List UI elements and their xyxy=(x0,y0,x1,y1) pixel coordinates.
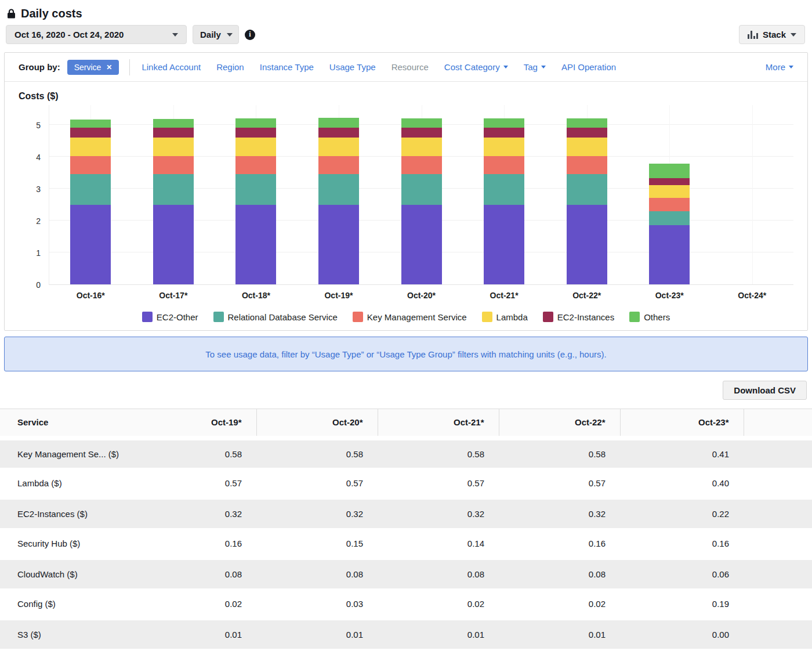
groupby-more-dropdown[interactable]: More xyxy=(766,62,793,72)
legend-item-others[interactable]: Others xyxy=(629,312,670,322)
bar-segment-lambda[interactable] xyxy=(567,138,607,156)
bar-segment-relational-database-service[interactable] xyxy=(318,174,359,204)
column-header-oct-22[interactable]: Oct-22* xyxy=(499,409,620,438)
groupby-option-cost-category[interactable]: Cost Category xyxy=(444,62,508,72)
bar-segment-key-management-service[interactable] xyxy=(567,156,607,175)
bar-segment-ec2-other[interactable] xyxy=(401,205,442,284)
bar-segment-ec2-instances[interactable] xyxy=(484,128,524,138)
table-row-cloudwatch: CloudWatch ($)0.080.080.080.080.06 xyxy=(0,559,812,589)
bar-segment-ec2-other[interactable] xyxy=(235,205,276,284)
bar-segment-key-management-service[interactable] xyxy=(484,156,524,175)
bar-segment-lambda[interactable] xyxy=(401,138,442,156)
bar-segment-ec2-instances[interactable] xyxy=(401,128,442,138)
bar-segment-ec2-instances[interactable] xyxy=(153,128,194,138)
info-icon[interactable]: i xyxy=(245,30,255,40)
bar-segment-relational-database-service[interactable] xyxy=(484,174,524,204)
bar-segment-key-management-service[interactable] xyxy=(70,156,111,175)
column-header-service[interactable]: Service xyxy=(0,409,142,438)
chart-bar-oct-16[interactable] xyxy=(70,120,111,284)
bar-segment-others[interactable] xyxy=(70,120,111,128)
chart-bar-oct-20[interactable] xyxy=(401,118,442,284)
legend-item-ec2-instances[interactable]: EC2-Instances xyxy=(543,312,614,322)
date-range-selector[interactable]: Oct 16, 2020 - Oct 24, 2020 xyxy=(6,25,187,44)
bar-segment-ec2-instances[interactable] xyxy=(235,128,276,138)
bar-segment-relational-database-service[interactable] xyxy=(649,211,690,226)
groupby-option-label: Cost Category xyxy=(444,62,500,72)
bar-segment-lambda[interactable] xyxy=(235,138,276,156)
legend-label: Key Management Service xyxy=(367,312,467,322)
groupby-chip-service[interactable]: Service ✕ xyxy=(67,60,119,75)
value-cell: 0.01 xyxy=(378,619,499,649)
column-header-oct-19[interactable]: Oct-19* xyxy=(142,409,256,438)
bar-segment-ec2-instances[interactable] xyxy=(70,128,111,138)
groupby-option-tag[interactable]: Tag xyxy=(524,62,546,72)
bar-segment-others[interactable] xyxy=(318,118,359,128)
legend-item-key-management-service[interactable]: Key Management Service xyxy=(353,312,467,322)
groupby-option-instance-type[interactable]: Instance Type xyxy=(260,62,314,72)
groupby-option-resource: Resource xyxy=(392,62,429,72)
chart-bar-oct-17[interactable] xyxy=(153,119,194,284)
bar-segment-ec2-other[interactable] xyxy=(649,225,690,284)
bar-chart-icon xyxy=(748,31,758,39)
x-axis-label: Oct-22* xyxy=(572,291,601,300)
granularity-selector[interactable]: Daily xyxy=(193,25,239,44)
empty-cell xyxy=(744,589,812,619)
bar-segment-others[interactable] xyxy=(235,118,276,127)
legend-item-relational-database-service[interactable]: Relational Database Service xyxy=(213,312,338,322)
column-header-oct-23[interactable]: Oct-23* xyxy=(620,409,744,438)
bar-segment-lambda[interactable] xyxy=(484,138,524,156)
bar-segment-relational-database-service[interactable] xyxy=(235,174,276,204)
bar-segment-others[interactable] xyxy=(567,118,607,127)
groupby-option-label: Tag xyxy=(524,62,538,72)
bar-segment-lambda[interactable] xyxy=(318,138,359,156)
groupby-option-api-operation[interactable]: API Operation xyxy=(561,62,616,72)
y-axis-tick-label: 0 xyxy=(36,280,41,290)
chart-bar-oct-19[interactable] xyxy=(318,118,359,284)
bar-segment-key-management-service[interactable] xyxy=(401,156,442,175)
chart-style-selector[interactable]: Stack xyxy=(739,25,805,44)
chart-bar-oct-18[interactable] xyxy=(235,118,276,284)
download-csv-button[interactable]: Download CSV xyxy=(723,381,807,400)
value-cell: 0.01 xyxy=(256,619,378,649)
x-axis-label: Oct-20* xyxy=(407,291,436,300)
groupby-option-usage-type[interactable]: Usage Type xyxy=(329,62,376,72)
bar-segment-relational-database-service[interactable] xyxy=(567,174,607,204)
legend-item-ec2-other[interactable]: EC2-Other xyxy=(142,312,198,322)
bar-segment-others[interactable] xyxy=(484,118,524,127)
column-header-oct-21[interactable]: Oct-21* xyxy=(378,409,499,438)
column-header-oct-20[interactable]: Oct-20* xyxy=(256,409,378,438)
bar-segment-ec2-other[interactable] xyxy=(153,205,194,284)
bar-segment-lambda[interactable] xyxy=(649,185,690,198)
bar-segment-lambda[interactable] xyxy=(70,138,111,156)
groupby-option-linked-account[interactable]: Linked Account xyxy=(142,62,201,72)
bar-segment-relational-database-service[interactable] xyxy=(153,174,194,204)
bar-segment-key-management-service[interactable] xyxy=(649,198,690,211)
chart-category-slot: Oct-16* xyxy=(49,105,132,284)
groupby-option-label: Linked Account xyxy=(142,62,201,72)
close-icon[interactable]: ✕ xyxy=(106,63,112,71)
bar-segment-others[interactable] xyxy=(401,118,442,128)
bar-segment-ec2-instances[interactable] xyxy=(318,128,359,138)
bar-segment-key-management-service[interactable] xyxy=(153,156,194,175)
bar-segment-ec2-other[interactable] xyxy=(70,205,111,284)
y-axis-tick-label: 3 xyxy=(36,185,41,194)
bar-segment-ec2-instances[interactable] xyxy=(649,178,690,185)
legend-item-lambda[interactable]: Lambda xyxy=(482,312,528,322)
chart-bar-oct-21[interactable] xyxy=(484,118,524,284)
chart-bar-oct-23[interactable] xyxy=(649,164,690,284)
legend-label: EC2-Other xyxy=(157,312,198,322)
chart-bar-oct-22[interactable] xyxy=(567,118,607,284)
bar-segment-others[interactable] xyxy=(649,164,690,178)
bar-segment-key-management-service[interactable] xyxy=(235,156,276,175)
groupby-option-region[interactable]: Region xyxy=(216,62,244,72)
bar-segment-ec2-instances[interactable] xyxy=(567,128,607,138)
bar-segment-ec2-other[interactable] xyxy=(318,205,359,284)
bar-segment-key-management-service[interactable] xyxy=(318,156,359,175)
bar-segment-ec2-other[interactable] xyxy=(484,205,524,284)
bar-segment-relational-database-service[interactable] xyxy=(401,174,442,204)
bar-segment-others[interactable] xyxy=(153,119,194,128)
bar-segment-ec2-other[interactable] xyxy=(567,205,607,284)
bar-segment-relational-database-service[interactable] xyxy=(70,174,111,204)
x-axis-label: Oct-23* xyxy=(655,291,684,300)
bar-segment-lambda[interactable] xyxy=(153,138,194,156)
